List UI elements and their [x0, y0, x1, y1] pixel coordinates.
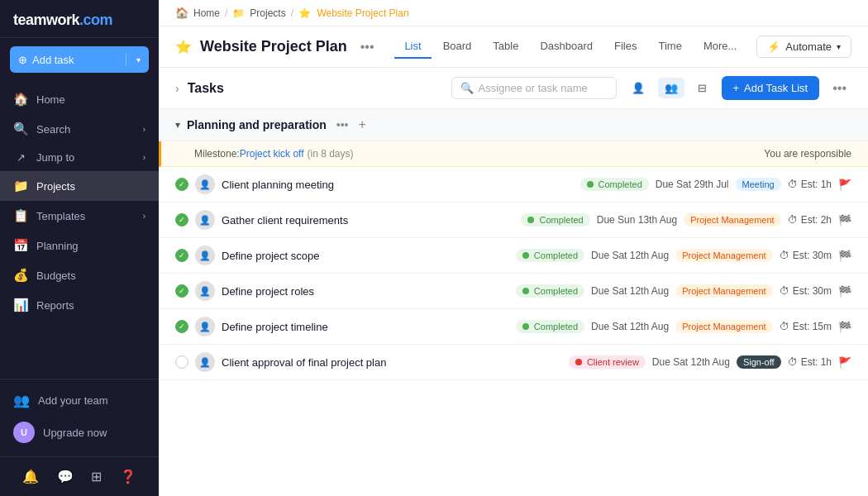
task-checkbox[interactable]: ✓: [175, 284, 188, 298]
breadcrumb-sep-1: /: [225, 7, 227, 19]
task-checkbox[interactable]: ✓: [175, 249, 188, 262]
time-icon: ⏱: [780, 250, 789, 261]
task-name[interactable]: Client planning meeting: [222, 179, 574, 191]
sidebar-item-reports[interactable]: 📊 Reports: [0, 290, 159, 320]
tab-time[interactable]: Time: [648, 35, 691, 59]
due-date: Due Sat 12th Aug: [591, 250, 669, 261]
automate-icon: ⚡: [767, 41, 780, 53]
tab-board[interactable]: Board: [433, 35, 482, 59]
estimate: ⏱ Est: 30m: [780, 285, 832, 297]
estimate: ⏱ Est: 1h: [788, 356, 832, 368]
main-content: 🏠 Home / 📁 Projects / ⭐ Website Project …: [159, 0, 868, 496]
add-team-item[interactable]: 👥 Add your team: [0, 386, 159, 415]
automate-button[interactable]: ⚡ Automate ▾: [756, 36, 851, 58]
add-tasklist-button[interactable]: + Add Task List: [722, 76, 820, 100]
assignee-filter-button[interactable]: 👤: [625, 78, 651, 98]
help-icon[interactable]: ❓: [117, 465, 140, 488]
tab-more[interactable]: More...: [694, 35, 746, 59]
avatar: 👤: [195, 246, 215, 265]
filter-button[interactable]: ⊟: [691, 78, 713, 98]
add-task-button[interactable]: ⊕ Add task ▾: [10, 46, 149, 73]
messages-icon[interactable]: 💬: [54, 465, 77, 488]
section-header: ▾ Planning and preparation ••• +: [159, 109, 868, 141]
sidebar-item-templates[interactable]: 📋 Templates ›: [0, 201, 159, 231]
task-checkbox[interactable]: ✓: [175, 178, 188, 191]
divider: [126, 53, 126, 66]
task-name[interactable]: Define project scope: [222, 250, 509, 262]
status-dot: [575, 359, 582, 365]
status-badge: Completed: [516, 249, 584, 262]
task-name[interactable]: Define project roles: [222, 285, 509, 298]
sidebar-nav: 🏠 Home 🔍 Search › ↗ Jump to › 📁 Projects…: [0, 81, 159, 379]
tasks-heading: Tasks: [188, 81, 224, 96]
tasks-toolbar: › Tasks 🔍 Assignee or task name 👤 👥 ⊟ + …: [159, 68, 868, 109]
task-checkbox[interactable]: [175, 355, 188, 369]
flag-icon: 🏁: [838, 321, 851, 333]
flag-icon: 🏁: [838, 250, 851, 262]
table-row: ✓ 👤 Gather client requirements Completed…: [159, 203, 868, 238]
tag-badge: Sign-off: [737, 355, 781, 369]
estimate: ⏱ Est: 2h: [788, 214, 832, 226]
status-dot: [522, 288, 529, 294]
sidebar-item-budgets[interactable]: 💰 Budgets: [0, 260, 159, 290]
tasklist-more-button[interactable]: •••: [827, 79, 851, 98]
project-more-button[interactable]: •••: [355, 38, 379, 56]
status-dot: [522, 323, 529, 330]
search-icon: 🔍: [13, 122, 28, 136]
tag-badge: Project Management: [675, 284, 773, 298]
filter-buttons: 👤 👥 ⊟: [625, 78, 713, 98]
sidebar-icon-row: 🔔 💬 ⊞ ❓: [0, 456, 159, 496]
time-icon: ⏱: [780, 285, 789, 297]
chevron-right-icon: ›: [143, 153, 145, 162]
tag-badge: Meeting: [736, 178, 781, 191]
group-filter-button[interactable]: 👥: [658, 78, 684, 98]
sidebar-item-search[interactable]: 🔍 Search ›: [0, 114, 159, 144]
planning-icon: 📅: [13, 238, 28, 253]
task-checkbox[interactable]: ✓: [175, 213, 188, 227]
milestone-days: (in 8 days): [308, 148, 354, 160]
section-chevron-icon[interactable]: ▾: [175, 119, 180, 131]
task-checkbox[interactable]: ✓: [175, 320, 188, 333]
jump-icon: ↗: [13, 151, 28, 164]
milestone-link[interactable]: Project kick off: [240, 148, 304, 160]
table-row: ✓ 👤 Client planning meeting Completed Du…: [159, 167, 868, 203]
apps-icon[interactable]: ⊞: [88, 465, 105, 488]
tab-table[interactable]: Table: [483, 35, 528, 59]
upgrade-item[interactable]: U Upgrade now: [0, 415, 159, 450]
time-icon: ⏱: [788, 179, 798, 190]
status-badge: Completed: [516, 320, 584, 333]
notifications-icon[interactable]: 🔔: [19, 465, 42, 488]
task-name[interactable]: Client approval of final project plan: [222, 356, 562, 369]
flag-icon: 🏁: [838, 214, 851, 227]
chevron-down-icon: ▾: [837, 42, 841, 51]
avatar: 👤: [195, 174, 215, 194]
sidebar-item-planning[interactable]: 📅 Planning: [0, 231, 159, 260]
status-badge: Client review: [569, 355, 646, 369]
section-add-button[interactable]: +: [359, 117, 366, 132]
star-icon[interactable]: ⭐: [175, 39, 192, 55]
tag-badge: Project Management: [684, 213, 781, 227]
section-more-button[interactable]: •••: [336, 118, 349, 131]
tab-list[interactable]: List: [394, 35, 431, 59]
breadcrumb-current: ⭐ Website Project Plan: [298, 7, 409, 19]
table-row: 👤 Client approval of final project plan …: [159, 345, 868, 380]
due-date: Due Sat 12th Aug: [591, 285, 669, 297]
milestone-bar: Milestone: Project kick off (in 8 days) …: [159, 141, 868, 167]
sidebar-item-jump-to[interactable]: ↗ Jump to ›: [0, 144, 159, 171]
due-date: Due Sun 13th Aug: [597, 214, 677, 226]
sidebar-bottom: 👥 Add your team U Upgrade now: [0, 379, 159, 456]
milestone-label: Milestone:: [194, 148, 240, 160]
estimate: ⏱ Est: 15m: [780, 321, 832, 332]
tab-dashboard[interactable]: Dashboard: [530, 35, 603, 59]
task-name[interactable]: Gather client requirements: [222, 214, 514, 227]
projects-icon: 📁: [13, 179, 28, 193]
sidebar-item-projects[interactable]: 📁 Projects: [0, 171, 159, 201]
home-icon: 🏠: [13, 92, 28, 107]
expand-icon[interactable]: ›: [175, 82, 179, 95]
search-box[interactable]: 🔍 Assignee or task name: [451, 77, 617, 99]
chevron-right-icon: ›: [143, 212, 145, 221]
avatar: 👤: [195, 352, 215, 372]
task-name[interactable]: Define project timeline: [222, 321, 509, 333]
sidebar-item-home[interactable]: 🏠 Home: [0, 84, 159, 114]
tab-files[interactable]: Files: [604, 35, 646, 59]
